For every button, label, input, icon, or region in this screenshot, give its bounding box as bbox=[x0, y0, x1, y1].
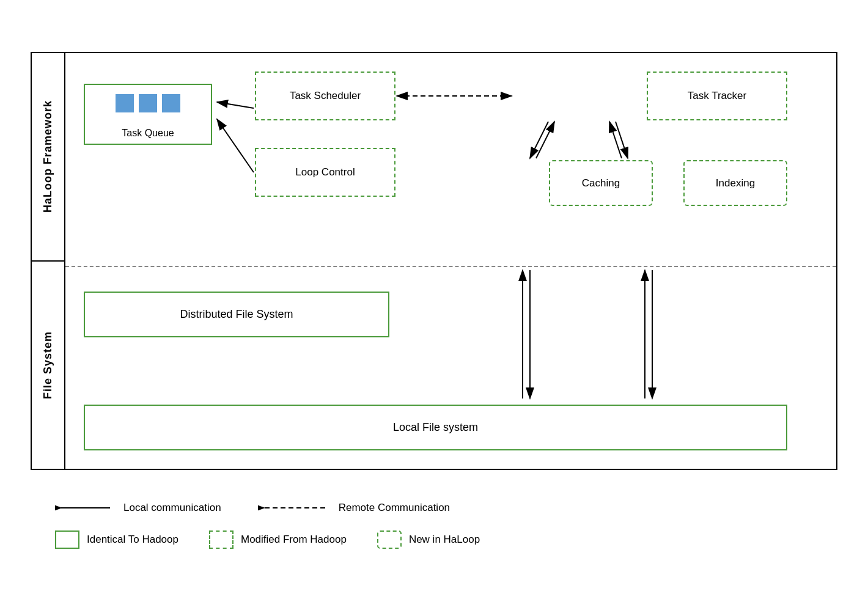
task-scheduler-text: Task Scheduler bbox=[290, 90, 361, 102]
top-section: Task Queue Task Scheduler Loop Control T… bbox=[65, 53, 836, 267]
svg-line-2 bbox=[217, 102, 254, 108]
blue-square-3 bbox=[162, 94, 180, 112]
legend-row2: Identical To Hadoop Modified From Hadoop… bbox=[55, 530, 813, 549]
local-comm-arrow-svg bbox=[55, 501, 116, 515]
svg-line-5 bbox=[530, 122, 548, 158]
identical-label: Identical To Hadoop bbox=[87, 534, 178, 546]
task-queue-label: Task Queue bbox=[85, 128, 211, 139]
file-system-label-container: File System bbox=[32, 262, 64, 469]
task-scheduler-box: Task Scheduler bbox=[255, 72, 395, 120]
indexing-box: Indexing bbox=[683, 160, 787, 206]
lfs-text: Local File system bbox=[393, 421, 478, 434]
blue-square-1 bbox=[116, 94, 134, 112]
left-labels: HaLoop Framework File System bbox=[32, 53, 65, 469]
legend-modified: Modified From Hadoop bbox=[209, 530, 347, 549]
legend-row1: Local communication Remote Communication bbox=[55, 501, 813, 515]
task-queue-inner bbox=[85, 85, 211, 122]
legend-new: New in HaLoop bbox=[377, 530, 480, 549]
blue-square-2 bbox=[139, 94, 157, 112]
loop-control-box: Loop Control bbox=[255, 148, 395, 197]
local-comm-label: Local communication bbox=[123, 502, 221, 514]
new-label: New in HaLoop bbox=[409, 534, 480, 546]
loop-control-text: Loop Control bbox=[295, 166, 355, 178]
svg-line-3 bbox=[217, 119, 254, 172]
new-box-icon bbox=[377, 530, 402, 549]
remote-comm-arrow bbox=[258, 501, 331, 515]
remote-comm-arrow-svg bbox=[258, 501, 331, 515]
svg-line-8 bbox=[609, 122, 622, 158]
caching-text: Caching bbox=[582, 177, 620, 189]
legend-local-comm: Local communication bbox=[55, 501, 221, 515]
dfs-text: Distributed File System bbox=[180, 308, 293, 321]
diagram-content: Task Queue Task Scheduler Loop Control T… bbox=[65, 53, 836, 469]
lfs-box: Local File system bbox=[84, 405, 787, 450]
task-tracker-box: Task Tracker bbox=[647, 72, 787, 120]
caching-box: Caching bbox=[549, 160, 653, 206]
remote-comm-label: Remote Communication bbox=[339, 502, 450, 514]
bottom-section: Distributed File System Local File syste… bbox=[65, 267, 836, 469]
svg-line-6 bbox=[536, 122, 554, 158]
haloop-framework-label-container: HaLoop Framework bbox=[32, 53, 64, 262]
dfs-box: Distributed File System bbox=[84, 292, 389, 337]
legend-area: Local communication Remote Communication bbox=[31, 488, 837, 561]
svg-line-7 bbox=[616, 122, 628, 158]
file-system-label: File System bbox=[42, 331, 54, 399]
identical-box-icon bbox=[55, 530, 79, 549]
task-queue-box: Task Queue bbox=[84, 84, 212, 145]
haloop-framework-label: HaLoop Framework bbox=[42, 100, 54, 213]
indexing-text: Indexing bbox=[716, 177, 755, 189]
page-container: HaLoop Framework File System Task Queue bbox=[18, 40, 850, 573]
task-tracker-text: Task Tracker bbox=[688, 90, 746, 102]
legend-remote-comm: Remote Communication bbox=[258, 501, 450, 515]
modified-box-icon bbox=[209, 530, 234, 549]
diagram-outer: HaLoop Framework File System Task Queue bbox=[31, 52, 837, 470]
modified-label: Modified From Hadoop bbox=[241, 534, 347, 546]
legend-identical: Identical To Hadoop bbox=[55, 530, 178, 549]
local-comm-arrow bbox=[55, 501, 116, 515]
